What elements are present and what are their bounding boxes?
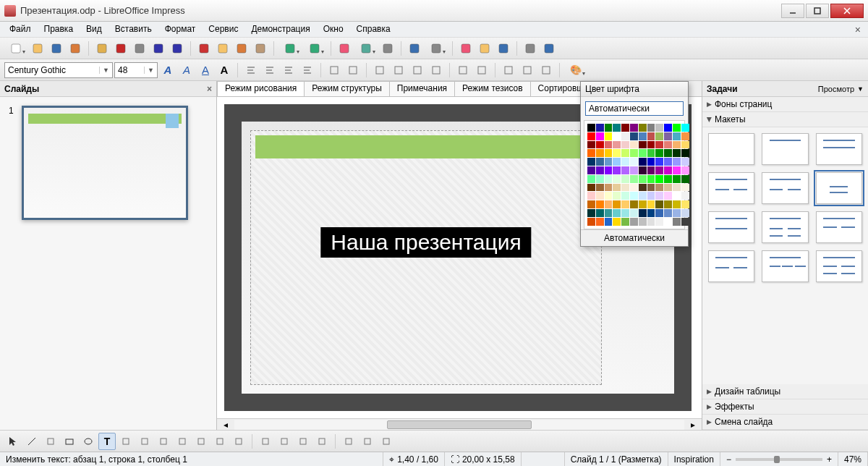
redo-button[interactable] bbox=[303, 40, 326, 57]
tab-notes[interactable]: Примечания bbox=[389, 81, 455, 96]
show-button[interactable] bbox=[540, 40, 558, 57]
align-tool[interactable] bbox=[359, 433, 376, 450]
gallery-button[interactable] bbox=[476, 40, 493, 57]
color-swatch[interactable] bbox=[647, 124, 655, 132]
color-swatch[interactable] bbox=[613, 149, 621, 157]
italic-A-button[interactable]: A bbox=[178, 62, 195, 79]
font-color-button[interactable]: 🎨 bbox=[564, 62, 587, 79]
color-swatch[interactable] bbox=[587, 209, 595, 217]
color-swatch[interactable] bbox=[630, 184, 638, 192]
color-swatch[interactable] bbox=[647, 132, 655, 140]
color-swatch[interactable] bbox=[587, 166, 595, 174]
layout-option-8[interactable] bbox=[762, 211, 808, 243]
list-opts-button[interactable] bbox=[537, 62, 555, 79]
align-center-button[interactable] bbox=[261, 62, 278, 79]
menu-view[interactable]: Вид bbox=[80, 22, 109, 37]
color-swatch[interactable] bbox=[605, 209, 613, 217]
color-swatch[interactable] bbox=[605, 149, 613, 157]
color-swatch[interactable] bbox=[647, 184, 655, 192]
color-swatch[interactable] bbox=[613, 141, 621, 149]
rec2-button[interactable] bbox=[169, 40, 186, 57]
copy-button[interactable] bbox=[214, 40, 231, 57]
color-swatch[interactable] bbox=[587, 192, 595, 200]
color-swatch[interactable] bbox=[639, 124, 647, 132]
color-swatch[interactable] bbox=[630, 141, 638, 149]
color-swatch[interactable] bbox=[673, 124, 681, 132]
color-swatch[interactable] bbox=[639, 200, 647, 208]
color-swatch[interactable] bbox=[596, 218, 604, 226]
color-swatch[interactable] bbox=[639, 175, 647, 183]
layout-option-6[interactable] bbox=[816, 172, 862, 204]
slide-thumbnail-1[interactable] bbox=[22, 106, 188, 220]
color-swatch[interactable] bbox=[621, 209, 629, 217]
mail-button[interactable] bbox=[67, 40, 84, 57]
close-button[interactable] bbox=[830, 4, 864, 18]
menu-tools[interactable]: Сервис bbox=[202, 22, 244, 37]
points-tool[interactable] bbox=[257, 433, 274, 450]
color-swatch[interactable] bbox=[621, 166, 629, 174]
layout-option-3[interactable] bbox=[816, 133, 862, 165]
color-swatch[interactable] bbox=[664, 166, 672, 174]
color-swatch[interactable] bbox=[613, 166, 621, 174]
table-button[interactable] bbox=[354, 40, 378, 57]
color-swatch[interactable] bbox=[647, 209, 655, 217]
open-button[interactable] bbox=[29, 40, 46, 57]
color-swatch[interactable] bbox=[673, 166, 681, 174]
scroll-thumb[interactable] bbox=[387, 420, 531, 429]
color-swatch[interactable] bbox=[630, 175, 638, 183]
color-swatch[interactable] bbox=[621, 200, 629, 208]
zoom-value[interactable]: 47% bbox=[838, 452, 868, 466]
zoom-out-icon[interactable]: − bbox=[726, 454, 731, 465]
color-swatch[interactable] bbox=[639, 158, 647, 166]
color-swatch[interactable] bbox=[587, 141, 595, 149]
color-swatch[interactable] bbox=[587, 124, 595, 132]
color-swatch[interactable] bbox=[596, 124, 604, 132]
color-swatch[interactable] bbox=[664, 209, 672, 217]
color-swatch[interactable] bbox=[639, 218, 647, 226]
layout-option-7[interactable] bbox=[708, 211, 754, 243]
color-swatch[interactable] bbox=[587, 218, 595, 226]
presentation-button[interactable] bbox=[495, 40, 512, 57]
color-swatch[interactable] bbox=[630, 149, 638, 157]
tab-drawing[interactable]: Режим рисования bbox=[217, 81, 305, 96]
color-swatch[interactable] bbox=[639, 192, 647, 200]
chart-button[interactable] bbox=[336, 40, 353, 57]
menu-edit[interactable]: Правка bbox=[38, 22, 80, 37]
edit-button[interactable] bbox=[93, 40, 111, 57]
color-swatch[interactable] bbox=[681, 192, 689, 200]
color-swatch[interactable] bbox=[587, 184, 595, 192]
color-swatch[interactable] bbox=[655, 184, 663, 192]
color-swatch[interactable] bbox=[681, 166, 689, 174]
color-swatch[interactable] bbox=[647, 141, 655, 149]
color-swatch[interactable] bbox=[630, 209, 638, 217]
zoom-slider[interactable] bbox=[736, 458, 822, 461]
color-swatch[interactable] bbox=[613, 218, 621, 226]
tab-outline[interactable]: Режим структуры bbox=[304, 81, 390, 96]
color-swatch[interactable] bbox=[673, 141, 681, 149]
color-swatch[interactable] bbox=[681, 209, 689, 217]
arrow-tool[interactable] bbox=[192, 433, 210, 450]
layout-option-5[interactable] bbox=[762, 172, 808, 204]
color-swatch[interactable] bbox=[596, 175, 604, 183]
diamond-tool[interactable] bbox=[155, 433, 172, 450]
color-swatch[interactable] bbox=[655, 158, 663, 166]
arrange-tool[interactable] bbox=[378, 433, 395, 450]
color-swatch[interactable] bbox=[605, 132, 613, 140]
color-swatch[interactable] bbox=[639, 166, 647, 174]
section-transition[interactable]: ▶Смена слайда bbox=[702, 415, 868, 430]
text-tool[interactable]: T bbox=[98, 433, 116, 450]
char-button[interactable] bbox=[500, 62, 517, 79]
color-swatch[interactable] bbox=[681, 175, 689, 183]
menu-window[interactable]: Окно bbox=[317, 22, 350, 37]
maximize-button[interactable] bbox=[806, 4, 829, 18]
indent-right-button[interactable] bbox=[390, 62, 407, 79]
color-swatch[interactable] bbox=[613, 200, 621, 208]
sub-button[interactable] bbox=[454, 62, 472, 79]
tab-handout[interactable]: Режим тезисов bbox=[454, 81, 531, 96]
color-swatch[interactable] bbox=[655, 192, 663, 200]
color-swatch[interactable] bbox=[596, 192, 604, 200]
color-swatch[interactable] bbox=[655, 218, 663, 226]
move-down-button[interactable] bbox=[427, 62, 445, 79]
color-swatch[interactable] bbox=[647, 218, 655, 226]
color-swatch[interactable] bbox=[621, 175, 629, 183]
